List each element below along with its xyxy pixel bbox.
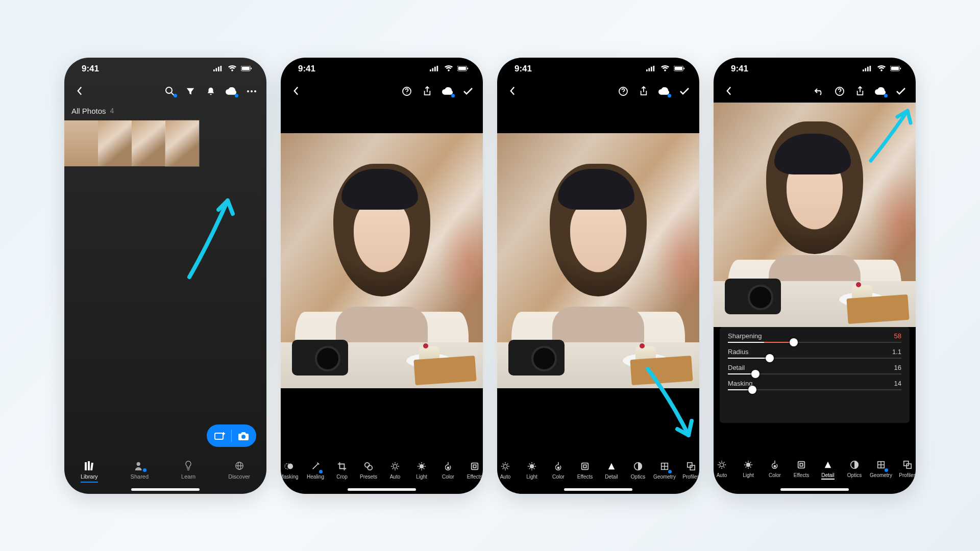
help-icon[interactable] bbox=[618, 86, 629, 97]
tool-color[interactable]: Color bbox=[435, 461, 461, 480]
search-icon[interactable] bbox=[164, 86, 176, 97]
slider-radius[interactable]: Radius 1.1 bbox=[728, 348, 901, 359]
tool-auto[interactable]: Auto bbox=[497, 461, 519, 480]
slider-sharpening[interactable]: Sharpening 58 bbox=[728, 332, 901, 343]
presets-icon bbox=[363, 461, 374, 471]
tool-label: Light bbox=[526, 474, 537, 480]
tool-label: Auto bbox=[390, 474, 401, 480]
tool-effects[interactable]: Effects bbox=[461, 461, 483, 480]
tool-label: Effects bbox=[577, 474, 593, 480]
tab-label: Learn bbox=[181, 473, 195, 480]
screen-library: 9:41 All Photos 4 bbox=[64, 58, 266, 494]
checkmark-icon[interactable] bbox=[462, 86, 474, 97]
svg-rect-64 bbox=[798, 461, 805, 468]
tool-label: Profiles bbox=[682, 474, 699, 480]
share-icon[interactable] bbox=[854, 86, 866, 97]
photo-canvas[interactable] bbox=[714, 103, 916, 327]
navbar bbox=[281, 80, 483, 103]
auto-icon bbox=[500, 461, 510, 471]
photo-thumbnail[interactable] bbox=[64, 120, 98, 166]
tool-light[interactable]: Light bbox=[735, 460, 762, 480]
color-icon bbox=[770, 460, 780, 470]
help-icon[interactable] bbox=[401, 86, 412, 97]
tool-healing[interactable]: Healing bbox=[302, 461, 329, 480]
tool-masking[interactable]: Masking bbox=[281, 461, 302, 480]
tool-optics[interactable]: Optics bbox=[625, 461, 651, 480]
tool-detail[interactable]: Detail bbox=[598, 461, 625, 480]
tool-profiles[interactable]: Profiles bbox=[894, 460, 916, 480]
tool-label: Light bbox=[416, 474, 427, 480]
tool-presets[interactable]: Presets bbox=[355, 461, 382, 480]
tool-geometry[interactable]: Geometry bbox=[868, 460, 894, 480]
edit-toolbar: AutoLightColorEffectsDetailOpticsGeometr… bbox=[714, 460, 916, 480]
tool-crop[interactable]: Crop bbox=[329, 461, 355, 480]
help-icon[interactable] bbox=[834, 86, 845, 97]
slider-knob[interactable] bbox=[766, 354, 774, 362]
tab-discover[interactable]: Discover bbox=[228, 460, 250, 483]
slider-track[interactable] bbox=[728, 389, 901, 390]
cellular-icon bbox=[862, 63, 873, 74]
cloud-sync-icon[interactable] bbox=[226, 86, 237, 97]
tool-label: Profiles bbox=[899, 472, 916, 478]
tool-color[interactable]: Color bbox=[545, 461, 572, 480]
checkmark-icon[interactable] bbox=[895, 86, 906, 97]
tab-learn[interactable]: Learn bbox=[181, 460, 195, 483]
slider-track[interactable] bbox=[728, 342, 901, 343]
tab-shared[interactable]: Shared bbox=[131, 460, 149, 483]
geometry-icon bbox=[876, 460, 886, 470]
back-icon[interactable] bbox=[506, 86, 518, 97]
tool-effects[interactable]: Effects bbox=[788, 460, 815, 480]
tool-optics[interactable]: Optics bbox=[841, 460, 868, 480]
slider-knob[interactable] bbox=[751, 370, 760, 378]
filter-icon[interactable] bbox=[185, 86, 196, 97]
photo-canvas[interactable] bbox=[281, 133, 483, 388]
tool-geometry[interactable]: Geometry bbox=[651, 461, 678, 480]
svg-point-44 bbox=[503, 464, 507, 468]
tool-auto[interactable]: Auto bbox=[714, 460, 735, 480]
home-indicator bbox=[348, 488, 416, 491]
detail-icon bbox=[606, 461, 617, 471]
add-photo-icon bbox=[214, 430, 225, 441]
tool-effects[interactable]: Effects bbox=[572, 461, 598, 480]
import-fab[interactable] bbox=[207, 424, 256, 447]
cloud-sync-icon[interactable] bbox=[658, 86, 670, 97]
tool-light[interactable]: Light bbox=[519, 461, 545, 480]
svg-rect-19 bbox=[430, 69, 431, 71]
photo-thumbnail[interactable] bbox=[98, 120, 132, 166]
status-icons bbox=[429, 63, 469, 74]
slider-track[interactable] bbox=[728, 373, 901, 374]
slider-value: 1.1 bbox=[892, 348, 901, 356]
back-icon[interactable] bbox=[290, 86, 301, 97]
bell-icon[interactable] bbox=[205, 86, 216, 97]
photo-canvas[interactable] bbox=[497, 133, 699, 388]
photo-thumbnail[interactable] bbox=[132, 120, 165, 166]
cloud-sync-icon[interactable] bbox=[875, 86, 886, 97]
back-icon[interactable] bbox=[74, 86, 85, 97]
undo-icon[interactable] bbox=[814, 86, 825, 97]
tool-color[interactable]: Color bbox=[762, 460, 788, 480]
profiles-icon bbox=[686, 461, 696, 471]
slider-masking[interactable]: Masking 14 bbox=[728, 380, 901, 390]
tab-library[interactable]: Library bbox=[81, 460, 98, 483]
share-icon[interactable] bbox=[638, 86, 649, 97]
svg-rect-15 bbox=[90, 462, 93, 470]
effects-icon bbox=[470, 461, 480, 471]
slider-knob[interactable] bbox=[748, 386, 756, 394]
tool-profiles[interactable]: Profiles bbox=[678, 461, 699, 480]
slider-knob[interactable] bbox=[790, 338, 798, 346]
checkmark-icon[interactable] bbox=[679, 86, 690, 97]
more-icon[interactable] bbox=[246, 86, 257, 97]
tool-auto[interactable]: Auto bbox=[382, 461, 408, 480]
share-icon[interactable] bbox=[422, 86, 433, 97]
tab-label: Shared bbox=[131, 473, 149, 480]
back-icon[interactable] bbox=[723, 86, 734, 97]
tool-light[interactable]: Light bbox=[408, 461, 435, 480]
slider-label: Sharpening bbox=[728, 332, 762, 340]
photo-thumbnail[interactable] bbox=[165, 120, 199, 166]
tool-detail[interactable]: Detail bbox=[815, 460, 841, 480]
svg-rect-35 bbox=[473, 465, 476, 467]
slider-track[interactable] bbox=[728, 358, 901, 359]
cloud-sync-icon[interactable] bbox=[442, 86, 453, 97]
tool-label: Auto bbox=[717, 472, 727, 478]
slider-detail[interactable]: Detail 16 bbox=[728, 364, 901, 374]
